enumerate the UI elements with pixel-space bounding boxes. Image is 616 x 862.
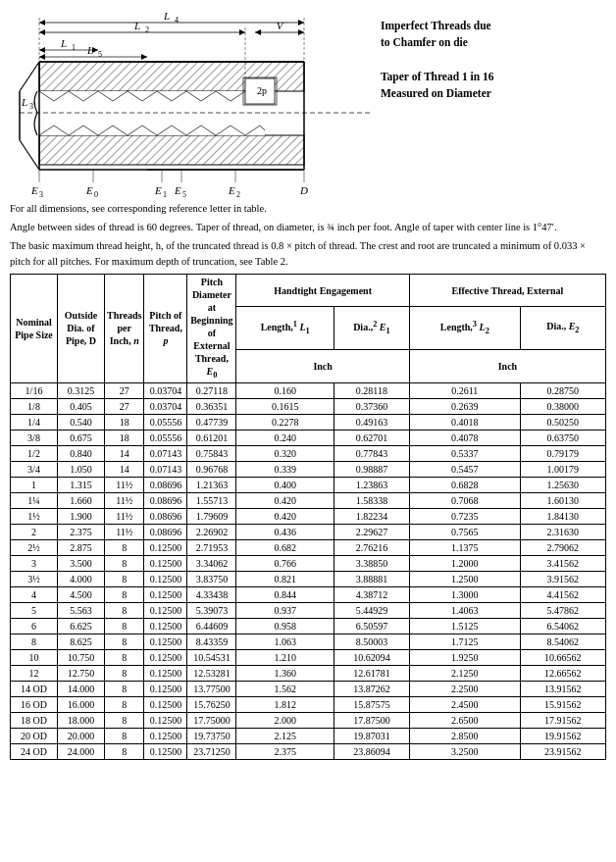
table-cell: 0.937 [236, 602, 334, 618]
table-cell: 0.12500 [144, 586, 187, 602]
table-cell: 0.37360 [334, 398, 409, 414]
table-row: 16 OD16.00080.1250015.762501.81215.87575… [11, 696, 606, 712]
table-row: 1¼1.66011½0.086961.557130.4201.583380.70… [11, 492, 606, 508]
diagram-area: L 4 L 2 V L [10, 8, 606, 201]
table-cell: 1.9250 [409, 649, 520, 665]
table-cell: 1.3000 [409, 586, 520, 602]
col-header-od: Outside Dia. of Pipe, D [58, 274, 105, 382]
table-cell: 0.12500 [144, 696, 187, 712]
table-cell: 8 [105, 712, 144, 728]
table-row: 24 OD24.00080.1250023.712502.37523.86094… [11, 743, 606, 759]
table-cell: 0.98887 [334, 461, 409, 477]
table-cell: 3.38850 [334, 555, 409, 571]
table-cell: 10.66562 [520, 649, 605, 665]
table-cell: 8.625 [58, 634, 105, 649]
table-cell: 1.23863 [334, 477, 409, 492]
diagram-notes: Imperfect Threads due to Chamfer on die … [381, 8, 606, 102]
table-cell: 2.6500 [409, 712, 520, 728]
table-cell: 0.840 [58, 445, 105, 461]
table-body: 1/160.3125270.037040.271180.1600.281180.… [11, 382, 606, 759]
table-cell: 1.2000 [409, 555, 520, 571]
header-row-1: Nominal Pipe Size Outside Dia. of Pipe, … [11, 274, 606, 306]
table-cell: 15.87575 [334, 696, 409, 712]
col-header-e0: Pitch Diameter at Beginning of External … [187, 274, 236, 382]
table-cell: 2 [11, 524, 58, 539]
table-cell: 0.2278 [236, 414, 334, 430]
table-cell: 0.12500 [144, 649, 187, 665]
table-row: 2½2.87580.125002.719530.6822.762161.1375… [11, 539, 606, 555]
table-cell: 0.77843 [334, 445, 409, 461]
page: L 4 L 2 V L [0, 0, 616, 768]
svg-marker-36 [39, 47, 45, 53]
table-cell: 4.41562 [520, 586, 605, 602]
table-cell: 8 [105, 696, 144, 712]
table-cell: 0.405 [58, 398, 105, 414]
table-cell: 18.000 [58, 712, 105, 728]
table-row: 3½4.00080.125003.837500.8213.888811.2500… [11, 571, 606, 586]
table-cell: 3½ [11, 571, 58, 586]
table-cell: 0.05556 [144, 414, 187, 430]
table-cell: 0.08696 [144, 524, 187, 539]
table-cell: 3.500 [58, 555, 105, 571]
table-cell: 10 [11, 649, 58, 665]
table-cell: 1.82234 [334, 508, 409, 524]
table-cell: 17.75000 [187, 712, 236, 728]
table-cell: 2.31630 [520, 524, 605, 539]
table-cell: 0.28750 [520, 382, 605, 398]
table-cell: 18 [105, 430, 144, 445]
table-cell: 11½ [105, 492, 144, 508]
table-cell: 10.750 [58, 649, 105, 665]
table-cell: 8 [105, 743, 144, 759]
table-cell: 12.750 [58, 665, 105, 681]
note-imperfect-2: to Chamfer on die [381, 36, 468, 48]
table-cell: 0.3125 [58, 382, 105, 398]
table-cell: 0.5337 [409, 445, 520, 461]
table-cell: 14.000 [58, 681, 105, 696]
table-cell: 0.682 [236, 539, 334, 555]
table-cell: 0.61201 [187, 430, 236, 445]
table-cell: 0.2639 [409, 398, 520, 414]
table-cell: 13.91562 [520, 681, 605, 696]
table-cell: 0.420 [236, 508, 334, 524]
svg-text:E: E [228, 184, 235, 196]
table-cell: 15.76250 [187, 696, 236, 712]
table-row: 1½1.90011½0.086961.796090.4201.822340.72… [11, 508, 606, 524]
table-cell: 1.812 [236, 696, 334, 712]
table-cell: 0.08696 [144, 492, 187, 508]
table-cell: 0.47739 [187, 414, 236, 430]
table-cell: 2.4500 [409, 696, 520, 712]
svg-marker-20 [239, 29, 245, 35]
table-cell: 3.83750 [187, 571, 236, 586]
table-cell: 0.5457 [409, 461, 520, 477]
table-cell: 3 [11, 555, 58, 571]
table-cell: 0.6828 [409, 477, 520, 492]
table-cell: 18 [105, 414, 144, 430]
table-cell: 0.2611 [409, 382, 520, 398]
svg-text:5: 5 [182, 190, 186, 199]
table-cell: 0.766 [236, 555, 334, 571]
svg-text:L: L [163, 10, 170, 22]
svg-text:3: 3 [29, 102, 33, 111]
caption-2: Angle between sides of thread is 60 degr… [10, 220, 606, 234]
note-imperfect-1: Imperfect Threads due [381, 20, 491, 31]
table-cell: 0.63750 [520, 430, 605, 445]
table-cell: 27 [105, 382, 144, 398]
table-row: 18 OD18.00080.1250017.750002.00017.87500… [11, 712, 606, 728]
unit-effective: Inch [409, 350, 605, 382]
table-cell: 0.400 [236, 477, 334, 492]
table-cell: 17.91562 [520, 712, 605, 728]
table-cell: 13.87262 [334, 681, 409, 696]
table-cell: 0.675 [58, 430, 105, 445]
table-cell: 0.339 [236, 461, 334, 477]
table-cell: 0.1615 [236, 398, 334, 414]
table-cell: 18 OD [11, 712, 58, 728]
col-header-pitch: Pitch of Thread, p [144, 274, 187, 382]
table-cell: 8 [105, 555, 144, 571]
table-cell: 6 [11, 618, 58, 634]
table-cell: 0.240 [236, 430, 334, 445]
table-cell: 0.49163 [334, 414, 409, 430]
table-cell: 0.07143 [144, 445, 187, 461]
table-cell: 1.21363 [187, 477, 236, 492]
table-row: 3/80.675180.055560.612010.2400.627010.40… [11, 430, 606, 445]
table-cell: 3/4 [11, 461, 58, 477]
